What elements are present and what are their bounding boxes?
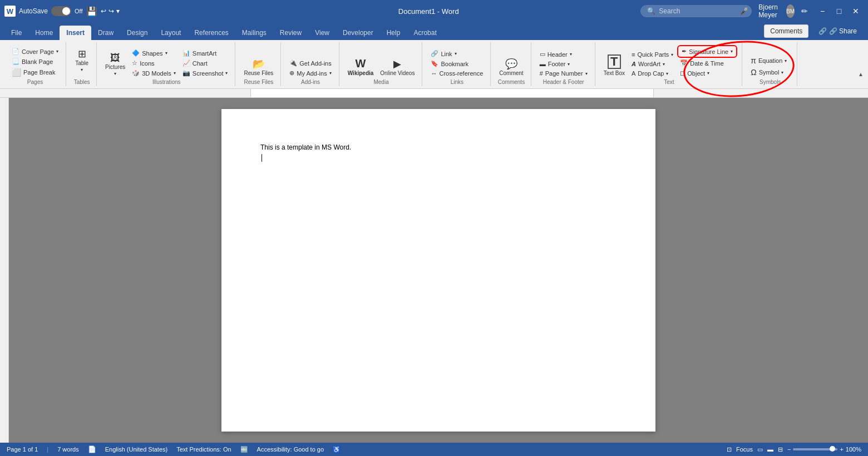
shapes-button[interactable]: 🔷 Shapes ▾: [129, 48, 179, 58]
online-videos-icon: ▶: [393, 59, 401, 69]
page[interactable]: This is a template in MS Word.: [221, 109, 655, 432]
zoom-control: − + 100%: [787, 446, 861, 453]
comment-button[interactable]: 💬 Comment: [496, 57, 526, 78]
maximize-button[interactable]: □: [831, 3, 847, 19]
screenshot-button[interactable]: 📷 Screenshot ▾: [180, 68, 231, 78]
close-button[interactable]: ✕: [848, 3, 864, 19]
tables-group-label: Tables: [72, 79, 92, 85]
tab-insert[interactable]: Insert: [60, 26, 91, 40]
get-add-ins-button[interactable]: 🔌 Get Add-ins: [287, 58, 334, 68]
title-bar-left: W AutoSave Off 💾 ↩ ↪ ▾: [4, 6, 216, 17]
document-area[interactable]: This is a template in MS Word.: [9, 98, 868, 443]
tab-layout[interactable]: Layout: [154, 26, 188, 40]
tab-help[interactable]: Help: [380, 26, 407, 40]
blank-page-button[interactable]: 📃 Blank Page: [9, 57, 61, 66]
equation-button[interactable]: π Equation ▾: [748, 55, 792, 66]
save-icon[interactable]: 💾: [86, 6, 97, 17]
icons-button[interactable]: ☆ Icons: [129, 58, 179, 68]
ribbon-group-text: T Text Box ≡ Quick Parts ▾ A WordArt ▾: [596, 42, 743, 86]
ribbon-expand[interactable]: ▲: [858, 42, 864, 86]
ribbon-group-comments: 💬 Comment Comments: [492, 42, 531, 86]
tab-file[interactable]: File: [4, 26, 28, 40]
zoom-slider[interactable]: [793, 448, 837, 450]
undo-icon[interactable]: ↩: [101, 7, 106, 15]
dropdown-icon[interactable]: ▾: [116, 7, 120, 15]
icons-icon: ☆: [132, 60, 137, 67]
page-break-button[interactable]: ⬜ Page Break: [9, 67, 61, 78]
zoom-in-icon[interactable]: +: [840, 446, 843, 453]
bookmark-button[interactable]: 🔖 Bookmark: [428, 59, 486, 68]
drop-cap-icon: A: [632, 70, 635, 77]
focus-label: Focus: [736, 446, 753, 453]
zoom-out-icon[interactable]: −: [787, 446, 791, 453]
wikipedia-icon: W: [356, 58, 366, 69]
comments-button[interactable]: Comments: [764, 24, 808, 38]
wordart-button[interactable]: A WordArt ▾: [629, 60, 676, 68]
page-number-icon: #: [540, 70, 543, 77]
minimize-button[interactable]: −: [815, 3, 830, 19]
two-page-view-icon[interactable]: ▬: [767, 446, 773, 453]
pictures-arrow: ▾: [114, 71, 116, 76]
my-add-ins-button[interactable]: ⊕ My Add-ins ▾: [287, 68, 334, 78]
search-box[interactable]: 🔍 🎤: [640, 5, 752, 17]
tab-references[interactable]: References: [188, 26, 235, 40]
tab-design[interactable]: Design: [120, 26, 154, 40]
object-button[interactable]: ◻ Object ▾: [677, 68, 737, 78]
wikipedia-button[interactable]: W Wikipedia: [345, 56, 377, 78]
pictures-button[interactable]: 🖼 Pictures ▾: [102, 51, 128, 78]
undo-redo: ↩ ↪ ▾: [101, 7, 120, 15]
tab-home[interactable]: Home: [28, 26, 60, 40]
date-time-button[interactable]: 📅 Date & Time: [677, 58, 737, 68]
web-view-icon[interactable]: ⊟: [778, 446, 783, 453]
settings-icon[interactable]: ✏: [801, 7, 808, 16]
tab-draw[interactable]: Draw: [91, 26, 120, 40]
tab-mailings[interactable]: Mailings: [235, 26, 273, 40]
chart-button[interactable]: 📈 Chart: [180, 58, 231, 68]
search-input[interactable]: [659, 7, 737, 15]
single-page-view-icon[interactable]: ▭: [757, 446, 763, 453]
reuse-files-button[interactable]: 📂 Reuse Files: [241, 57, 276, 78]
online-videos-button[interactable]: ▶ Online Videos: [377, 57, 417, 78]
spell-check-icon[interactable]: 🔤: [240, 446, 248, 453]
redo-icon[interactable]: ↪: [108, 7, 114, 15]
quick-parts-button[interactable]: ≡ Quick Parts ▾: [629, 50, 676, 59]
tab-review[interactable]: Review: [273, 26, 308, 40]
focus-icon[interactable]: ⊡: [727, 446, 732, 453]
search-icon: 🔍: [647, 7, 655, 15]
symbol-button[interactable]: Ω Symbol ▾: [748, 67, 792, 78]
smartart-icon: 📊: [183, 49, 190, 57]
doc-stats-icon[interactable]: 📄: [88, 445, 96, 453]
text-box-button[interactable]: T Text Box: [601, 53, 628, 78]
media-group-label: Media: [345, 79, 418, 85]
comments-group-label: Comments: [496, 79, 526, 85]
cursor-line: [260, 152, 617, 162]
doc-title: Document1 - Word: [216, 7, 640, 16]
zoom-thumb: [830, 446, 835, 452]
link-button[interactable]: 🔗 Link ▾: [428, 49, 486, 58]
3d-models-button[interactable]: 🎲 3D Models ▾: [129, 68, 179, 78]
share-button[interactable]: 🔗 🔗 Share: [812, 25, 864, 37]
drop-cap-button[interactable]: A Drop Cap ▾: [629, 69, 676, 78]
footer-button[interactable]: ▬ Footer ▾: [537, 60, 590, 68]
addins-group-label: Add-ins: [287, 79, 334, 85]
smartart-button[interactable]: 📊 SmartArt: [180, 48, 231, 58]
cross-reference-button[interactable]: ↔ Cross-reference: [428, 69, 486, 78]
table-button[interactable]: ⊞ Table ▾: [72, 47, 92, 74]
mic-icon[interactable]: 🎤: [740, 7, 748, 15]
tab-developer[interactable]: Developer: [336, 26, 380, 40]
accessibility-icon[interactable]: ♿: [333, 446, 341, 453]
page-content[interactable]: This is a template in MS Word.: [260, 142, 617, 162]
header-button[interactable]: ▭ Header ▾: [537, 49, 590, 59]
get-add-ins-icon: 🔌: [289, 60, 297, 67]
page-number-button[interactable]: # Page Number ▾: [537, 69, 590, 78]
object-icon: ◻: [680, 70, 685, 77]
tab-acrobat[interactable]: Acrobat: [407, 26, 443, 40]
header-icon: ▭: [540, 51, 545, 58]
screenshot-arrow: ▾: [225, 71, 228, 76]
tab-view[interactable]: View: [308, 26, 336, 40]
cover-page-button[interactable]: 📄 Cover Page ▾: [9, 47, 61, 56]
blank-page-icon: 📃: [12, 58, 19, 65]
autosave-toggle[interactable]: [51, 6, 71, 16]
text-predictions: Text Predictions: On: [176, 446, 231, 453]
signature-line-button[interactable]: ✒ Signature Line ▾: [677, 45, 737, 58]
